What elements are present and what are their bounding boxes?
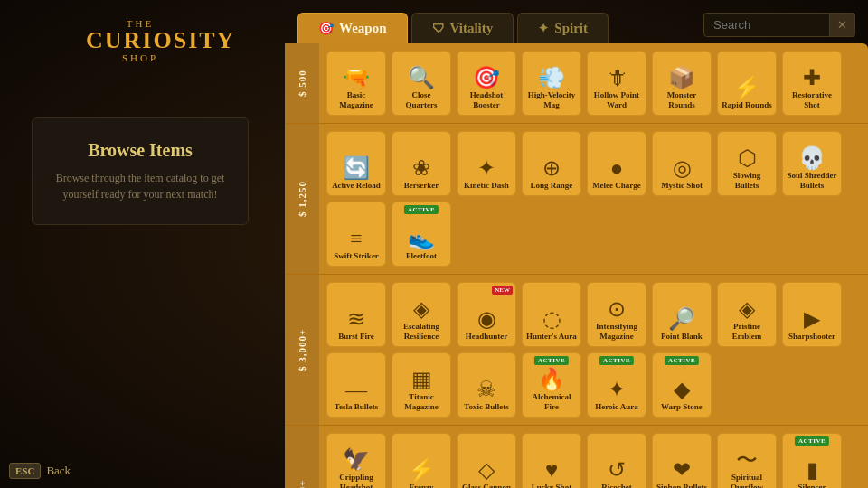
item-card-sharpshooter[interactable]: ▶Sharpshooter <box>782 282 842 347</box>
item-label: Escalating Resilience <box>395 322 448 342</box>
item-icon: ▶ <box>804 308 820 330</box>
tab-vitality[interactable]: 🛡 Vitality <box>411 13 514 43</box>
item-icon: 🔥 <box>538 369 565 390</box>
item-card-swift-striker[interactable]: ≡Swift Striker <box>326 202 386 267</box>
item-card-escalating-resilience[interactable]: ◈Escalating Resilience <box>392 282 451 347</box>
item-label: Melee Charge <box>592 181 641 191</box>
item-card-alchemical-fire[interactable]: ACTIVE🔥Alchemical Fire <box>522 352 581 418</box>
tab-spirit[interactable]: ✦ Spirit <box>517 13 609 43</box>
item-label: Monster Rounds <box>656 90 708 110</box>
item-card-high-velocity-mag[interactable]: 💨High-Velocity Mag <box>522 51 581 116</box>
item-card-warp-stone[interactable]: ACTIVE◆Warp Stone <box>652 352 712 418</box>
search-close-button[interactable]: ✕ <box>830 13 855 37</box>
tab-weapon[interactable]: 🎯 Weapon <box>297 13 408 43</box>
active-badge: ACTIVE <box>534 356 569 365</box>
search-bar: ✕ <box>703 13 855 37</box>
item-icon: — <box>345 379 367 400</box>
item-icon: ▮ <box>807 459 818 481</box>
item-label: Close Quarters <box>395 90 448 110</box>
item-card-pristine-emblem[interactable]: ◈Pristine Emblem <box>717 282 777 347</box>
browse-card: Browse Items Browse through the item cat… <box>32 117 249 225</box>
items-row-0: 🔫Basic Magazine🔍Close Quarters🎯Headshot … <box>319 43 868 123</box>
item-card-active-reload[interactable]: 🔄Active Reload <box>326 131 386 196</box>
item-card-intensifying-magazine[interactable]: ⊙Intensifying Magazine <box>587 282 646 347</box>
item-icon: ✦ <box>477 157 495 179</box>
item-icon: 〜 <box>736 449 758 471</box>
item-label: Restorative Shot <box>786 90 838 110</box>
item-card-mystic-shot[interactable]: ◎Mystic Shot <box>652 131 712 196</box>
item-icon: ↺ <box>608 459 626 481</box>
item-card-slowing-bullets[interactable]: ⬡Slowing Bullets <box>717 131 777 196</box>
item-label: Hunter's Aura <box>526 332 577 342</box>
item-icon: ◎ <box>673 157 692 179</box>
price-label-1: $ 1,250 <box>285 124 319 274</box>
item-label: Intensifying Magazine <box>590 322 643 342</box>
active-badge: ACTIVE <box>665 356 699 365</box>
item-icon: ☠ <box>476 379 496 400</box>
item-card-soul-shredder-bullets[interactable]: 💀Soul Shredder Bullets <box>782 131 842 196</box>
item-card-tesla-bullets[interactable]: —Tesla Bullets <box>326 352 386 418</box>
item-icon: 🔫 <box>343 67 370 89</box>
item-label: Burst Fire <box>338 332 374 342</box>
item-card-siphon-bullets[interactable]: ❤Siphon Bullets <box>652 433 712 488</box>
item-label: Frenzy <box>410 483 434 488</box>
item-label: Mystic Shot <box>661 181 703 191</box>
item-label: Slowing Bullets <box>721 171 773 191</box>
item-label: Lucky Shot <box>532 483 571 488</box>
item-card-fleetfoot[interactable]: ACTIVE👟Fleetfoot <box>392 202 451 267</box>
item-label: Silencer <box>798 483 826 488</box>
item-icon: ⬡ <box>738 147 757 169</box>
item-icon: ⚡ <box>408 459 435 481</box>
item-icon: ❀ <box>412 157 430 179</box>
price-label-2: $ 3,000+ <box>285 275 319 425</box>
item-icon: ⚡ <box>733 77 760 99</box>
item-card-basic-magazine[interactable]: 🔫Basic Magazine <box>326 51 386 116</box>
item-label: Crippling Headshot <box>330 473 382 488</box>
item-icon: ≋ <box>347 308 365 330</box>
item-card-kinetic-dash[interactable]: ✦Kinetic Dash <box>457 131 516 196</box>
item-card-toxic-bullets[interactable]: ☠Toxic Bullets <box>457 352 516 418</box>
item-card-restorative-shot[interactable]: ✚Restorative Shot <box>782 51 842 116</box>
item-card-hunter's-aura[interactable]: ◌Hunter's Aura <box>522 282 581 347</box>
price-section-1: $ 1,250🔄Active Reload❀Berserker✦Kinetic … <box>285 124 868 275</box>
search-input[interactable] <box>703 13 830 37</box>
tab-vitality-label: Vitality <box>450 21 494 36</box>
item-card-headshot-booster[interactable]: 🎯Headshot Booster <box>457 51 516 116</box>
item-card-close-quarters[interactable]: 🔍Close Quarters <box>392 51 451 116</box>
item-card-monster-rounds[interactable]: 📦Monster Rounds <box>652 51 712 116</box>
item-card-hollow-point-ward[interactable]: 🗡Hollow Point Ward <box>587 51 646 116</box>
item-icon: 🔍 <box>408 67 435 89</box>
esc-label: Back <box>46 464 71 478</box>
item-card-melee-charge[interactable]: ●Melee Charge <box>587 131 646 196</box>
item-label: Tesla Bullets <box>335 402 378 412</box>
item-card-headhunter[interactable]: NEW◉Headhunter <box>457 282 516 347</box>
item-icon: ◉ <box>477 308 496 330</box>
item-icon: 🔄 <box>343 157 370 179</box>
item-card-frenzy[interactable]: ⚡Frenzy <box>392 433 451 488</box>
items-row-3: 🦅Crippling Headshot⚡Frenzy◇Glass Cannon♥… <box>319 426 868 488</box>
active-badge: ACTIVE <box>599 356 634 365</box>
item-label: Spiritual Overflow <box>721 473 773 488</box>
item-card-berserker[interactable]: ❀Berserker <box>392 131 451 196</box>
item-card-burst-fire[interactable]: ≋Burst Fire <box>326 282 386 347</box>
item-card-ricochet[interactable]: ↺Ricochet <box>587 433 646 488</box>
item-card-lucky-shot[interactable]: ♥Lucky Shot <box>522 433 581 488</box>
item-card-glass-cannon[interactable]: ◇Glass Cannon <box>457 433 516 488</box>
item-card-crippling-headshot[interactable]: 🦅Crippling Headshot <box>326 433 386 488</box>
item-card-silencer[interactable]: ACTIVE▮Silencer <box>782 433 842 488</box>
esc-key[interactable]: ESC <box>9 463 41 479</box>
item-card-long-range[interactable]: ⊕Long Range <box>522 131 581 196</box>
item-icon: ◆ <box>674 379 690 400</box>
item-label: Swift Striker <box>334 251 379 261</box>
browse-description: Browse through the item catalog to get y… <box>51 170 230 202</box>
item-card-heroic-aura[interactable]: ACTIVE✦Heroic Aura <box>587 352 646 418</box>
item-card-titanic-magazine[interactable]: ▦Titanic Magazine <box>392 352 451 418</box>
item-label: Basic Magazine <box>330 90 382 110</box>
item-card-rapid-rounds[interactable]: ⚡Rapid Rounds <box>717 51 777 116</box>
item-label: Titanic Magazine <box>395 392 448 412</box>
item-card-point-blank[interactable]: 🔎Point Blank <box>652 282 712 347</box>
item-label: Ricochet <box>601 483 632 488</box>
scroll-area[interactable]: $ 500🔫Basic Magazine🔍Close Quarters🎯Head… <box>285 43 868 488</box>
item-icon: ♥ <box>545 459 558 481</box>
item-card-spiritual-overflow[interactable]: 〜Spiritual Overflow <box>717 433 777 488</box>
